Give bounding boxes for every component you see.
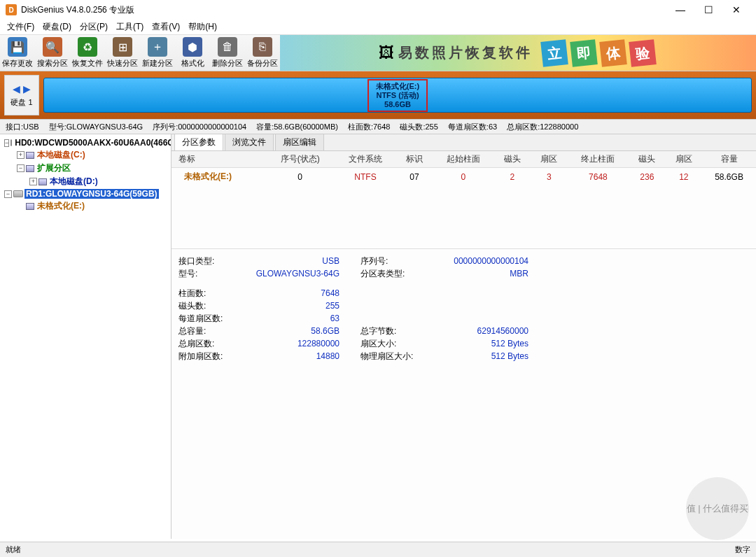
menu-tools[interactable]: 工具(T) — [112, 20, 148, 34]
col-volume[interactable]: 卷标 — [172, 151, 265, 168]
save-icon: 💾 — [8, 37, 27, 57]
watermark: 值 | 什么值得买 — [686, 477, 749, 540]
info-heads: 磁头数:255 — [400, 122, 438, 132]
tree-extended[interactable]: −扩展分区 — [1, 162, 169, 175]
partition-icon — [26, 203, 34, 210]
col-start-cyl[interactable]: 起始柱面 — [433, 151, 493, 168]
disk-nav: ◀ ▶ 硬盘 1 — [4, 75, 39, 115]
minimize-button[interactable]: — — [666, 1, 694, 18]
disk-icon — [10, 139, 12, 146]
status-bar: 就绪 数字 — [0, 542, 756, 557]
ad-banner[interactable]: 🖼 易数照片恢复软件 立 即 体 验 — [280, 35, 756, 71]
banner-text: 易数照片恢复软件 — [398, 43, 533, 62]
partition-block-e[interactable]: 未格式化(E:) NTFS (活动) 58.6GB — [368, 79, 428, 112]
photo-recovery-icon: 🖼 — [379, 44, 394, 62]
window-title: DiskGenius V4.8.0.256 专业版 — [21, 4, 666, 16]
info-cylinders: 柱面数:7648 — [348, 122, 391, 132]
menu-bar: 文件(F) 硬盘(D) 分区(P) 工具(T) 查看(V) 帮助(H) — [0, 20, 756, 35]
new-partition-icon: ＋ — [148, 37, 167, 57]
col-end-sec[interactable]: 扇区 — [666, 151, 702, 168]
format-icon: ⬢ — [183, 37, 202, 57]
toolbar: 💾保存更改 🔍搜索分区 ♻恢复文件 ⊞快速分区 ＋新建分区 ⬢格式化 🗑删除分区… — [0, 35, 756, 71]
prev-disk-button[interactable]: ◀ — [13, 83, 20, 94]
banner-box-2: 即 — [570, 39, 598, 67]
tab-browse-files[interactable]: 浏览文件 — [225, 134, 274, 150]
tree-drive-d[interactable]: +本地磁盘(D:) — [1, 175, 169, 188]
tree-hd0[interactable]: −HD0:WDCWD5000AAKX-60U6AA0(466GB) — [1, 137, 169, 148]
delete-partition-button[interactable]: 🗑删除分区 — [210, 35, 245, 71]
backup-icon: ⎘ — [253, 37, 272, 57]
tab-sector-edit[interactable]: 扇区编辑 — [275, 134, 324, 150]
info-capacity: 容量:58.6GB(60000MB) — [256, 122, 338, 132]
tabs: 分区参数 浏览文件 扇区编辑 — [172, 134, 756, 151]
menu-view[interactable]: 查看(V) — [148, 20, 184, 34]
tree-drive-e[interactable]: 未格式化(E:) — [1, 199, 169, 213]
disk-detail: 接口类型:USB 序列号:0000000000000104 型号:GLOWAYG… — [172, 248, 756, 368]
quick-partition-button[interactable]: ⊞快速分区 — [105, 35, 140, 71]
recover-icon: ♻ — [78, 37, 97, 57]
col-start-sec[interactable]: 扇区 — [531, 151, 567, 168]
tree-rd1[interactable]: −RD1:GLOWAYGNSU3-64G(59GB) — [1, 188, 169, 199]
partition-icon — [26, 165, 34, 172]
partition-icon — [38, 178, 47, 185]
partition-map[interactable]: 未格式化(E:) NTFS (活动) 58.6GB — [43, 78, 752, 113]
disk-tree: −HD0:WDCWD5000AAKX-60U6AA0(466GB) +本地磁盘(… — [0, 134, 172, 539]
menu-disk[interactable]: 硬盘(D) — [38, 20, 76, 34]
info-total-sectors: 总扇区数:122880000 — [507, 122, 578, 132]
col-seq[interactable]: 序号(状态) — [265, 151, 335, 168]
disk-nav-label: 硬盘 1 — [10, 97, 32, 108]
search-partition-button[interactable]: 🔍搜索分区 — [35, 35, 70, 71]
status-numlock: 数字 — [735, 544, 750, 555]
save-changes-button[interactable]: 💾保存更改 — [0, 35, 35, 71]
col-flag[interactable]: 标识 — [396, 151, 433, 168]
table-row[interactable]: 未格式化(E:) 0 NTFS 07 0 2 3 7648 236 12 58.… — [172, 168, 756, 186]
search-icon: 🔍 — [43, 37, 62, 57]
col-start-head[interactable]: 磁头 — [494, 151, 531, 168]
banner-box-4: 验 — [629, 39, 657, 67]
expand-icon[interactable]: + — [17, 151, 24, 159]
delete-icon: 🗑 — [218, 37, 237, 57]
maximize-button[interactable]: ☐ — [694, 1, 722, 18]
title-bar: D DiskGenius V4.8.0.256 专业版 — ☐ ✕ — [0, 0, 756, 20]
disk-bar: ◀ ▶ 硬盘 1 未格式化(E:) NTFS (活动) 58.6GB — [0, 71, 756, 119]
info-model: 型号:GLOWAYGNSU3-64G — [49, 122, 143, 132]
col-capacity[interactable]: 容量 — [702, 151, 756, 168]
menu-help[interactable]: 帮助(H) — [184, 20, 221, 34]
menu-partition[interactable]: 分区(P) — [76, 20, 112, 34]
backup-partition-button[interactable]: ⎘备份分区 — [245, 35, 280, 71]
partition-table: 卷标 序号(状态) 文件系统 标识 起始柱面 磁头 扇区 终止柱面 磁头 扇区 … — [172, 151, 756, 185]
status-ready: 就绪 — [6, 544, 21, 555]
disk-icon — [13, 190, 23, 197]
banner-box-1: 立 — [540, 39, 568, 67]
partition-icon — [26, 152, 34, 159]
format-button[interactable]: ⬢格式化 — [175, 35, 210, 71]
info-interface: 接口:USB — [6, 122, 39, 132]
right-pane: 分区参数 浏览文件 扇区编辑 卷标 序号(状态) 文件系统 标识 起始柱面 磁头… — [172, 134, 756, 539]
collapse-icon[interactable]: − — [17, 164, 24, 172]
collapse-icon[interactable]: − — [4, 190, 12, 198]
tab-partition-params[interactable]: 分区参数 — [174, 134, 223, 150]
col-end-head[interactable]: 磁头 — [629, 151, 665, 168]
close-button[interactable]: ✕ — [722, 1, 750, 18]
banner-box-3: 体 — [599, 39, 627, 67]
tree-drive-c[interactable]: +本地磁盘(C:) — [1, 148, 169, 162]
info-spt: 每道扇区数:63 — [448, 122, 497, 132]
new-partition-button[interactable]: ＋新建分区 — [140, 35, 175, 71]
menu-file[interactable]: 文件(F) — [3, 20, 38, 34]
app-logo-icon: D — [6, 4, 17, 15]
collapse-icon[interactable]: − — [4, 139, 9, 147]
disk-info-bar: 接口:USB 型号:GLOWAYGNSU3-64G 序列号:0000000000… — [0, 119, 756, 134]
expand-icon[interactable]: + — [29, 178, 37, 185]
col-end-cyl[interactable]: 终止柱面 — [568, 151, 629, 168]
quick-partition-icon: ⊞ — [113, 37, 132, 57]
col-fs[interactable]: 文件系统 — [335, 151, 396, 168]
next-disk-button[interactable]: ▶ — [23, 83, 31, 94]
info-serial: 序列号:0000000000000104 — [153, 122, 246, 132]
recover-files-button[interactable]: ♻恢复文件 — [70, 35, 105, 71]
